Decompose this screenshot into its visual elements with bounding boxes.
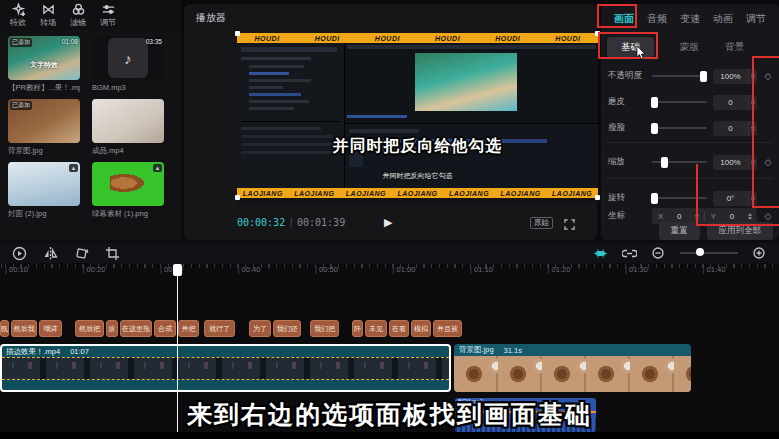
- property-slider[interactable]: [652, 122, 707, 134]
- text-clip[interactable]: 然后我: [11, 320, 37, 337]
- text-clip[interactable]: 既: [0, 320, 9, 337]
- toolbar-item-滤镜[interactable]: 滤镜: [70, 3, 86, 30]
- text-clip[interactable]: 在这里拖: [120, 320, 152, 337]
- text-clip[interactable]: 我们还: [273, 320, 301, 337]
- selection-handle[interactable]: [235, 195, 240, 200]
- text-clip[interactable]: 就行了: [204, 320, 235, 337]
- video-preview[interactable]: HOUDIHOUDIHOUDIHOUDIHOUDIHOUDI: [237, 33, 598, 203]
- property-value[interactable]: 100%: [713, 158, 748, 167]
- text-clip[interactable]: 拔: [106, 320, 118, 337]
- media-item[interactable]: ♪03:35BGM.mp3: [92, 36, 164, 93]
- watermark-bar-bottom: LAOJIANGLAOJIANGLAOJIANGLAOJIANGLAOJIANG…: [237, 188, 598, 198]
- tab-变速[interactable]: 变速: [677, 10, 703, 28]
- media-item[interactable]: ▲封面 (2).jpg: [8, 162, 80, 219]
- zoom-in-icon[interactable]: [752, 246, 767, 261]
- property-slider[interactable]: [652, 70, 707, 82]
- toolbar-item-label: 调节: [100, 17, 116, 28]
- media-item[interactable]: ▲绿幕素材 (1).png: [92, 162, 164, 219]
- reset-button[interactable]: 重置: [659, 222, 700, 240]
- subtab-背景[interactable]: 背景: [725, 41, 744, 54]
- crop-icon[interactable]: [105, 246, 120, 261]
- watermark-text: LAOJIANG: [397, 190, 437, 197]
- text-clip[interactable]: 然后把: [75, 320, 104, 337]
- selection-handle[interactable]: [595, 31, 600, 36]
- timeline-zoom-slider[interactable]: [680, 248, 738, 258]
- property-value[interactable]: 0°: [713, 194, 748, 203]
- x-value[interactable]: 0: [666, 212, 692, 221]
- media-item[interactable]: 文字特效已添加01:08【PR教程】...果！.mp4: [8, 36, 80, 93]
- image-clip-label: 背景图.jpg31.1s: [454, 344, 691, 356]
- text-clip[interactable]: 为了: [249, 320, 271, 337]
- toolbar-item-调节[interactable]: 调节: [100, 3, 116, 30]
- reverse-icon[interactable]: [12, 246, 27, 261]
- media-thumbnail[interactable]: ▲: [92, 162, 164, 206]
- text-clip[interactable]: 未见: [365, 320, 387, 337]
- added-badge: 已添加: [10, 38, 32, 47]
- time-ruler[interactable]: 00:1000:2000:3000:4000:5001:0001:1001:20…: [0, 264, 779, 277]
- media-thumbnail[interactable]: [92, 99, 164, 143]
- watermark-text: LAOJIANG: [346, 190, 386, 197]
- text-clip[interactable]: 阡: [352, 320, 363, 337]
- tab-调节[interactable]: 调节: [743, 10, 769, 28]
- watermark-text: HOUDI: [255, 35, 280, 42]
- play-button[interactable]: ▶: [384, 216, 392, 229]
- mirror-icon[interactable]: [43, 246, 58, 261]
- media-thumbnail[interactable]: ♪03:35: [92, 36, 164, 80]
- zoom-out-icon[interactable]: [651, 246, 666, 261]
- y-value[interactable]: 0: [719, 212, 745, 221]
- media-thumbnail[interactable]: 文字特效已添加01:08: [8, 36, 80, 80]
- text-clip[interactable]: 模拟: [411, 320, 431, 337]
- toolbar-item-特效[interactable]: 特效: [10, 3, 26, 30]
- property-stepper[interactable]: [748, 69, 757, 84]
- text-clip[interactable]: 我们把: [310, 320, 339, 337]
- property-slider[interactable]: [652, 96, 707, 108]
- property-label: 瘦脸: [608, 122, 652, 134]
- text-clip[interactable]: 在看: [389, 320, 409, 337]
- image-clip[interactable]: 背景图.jpg31.1s: [454, 344, 691, 392]
- keyframe-icon[interactable]: ◇: [761, 211, 775, 221]
- tiger-figure: [110, 174, 144, 192]
- text-clip[interactable]: 并且被: [433, 320, 462, 337]
- tab-音频[interactable]: 音频: [644, 10, 670, 28]
- video-clip-selected[interactable]: 描边效果！.mp401:07: [0, 344, 451, 392]
- property-value[interactable]: 100%: [713, 72, 748, 81]
- subtab-蒙版[interactable]: 蒙版: [680, 41, 699, 54]
- toolbar-item-转场[interactable]: 转场: [40, 3, 56, 30]
- toolbar-item-label: 滤镜: [70, 17, 86, 28]
- tab-动画[interactable]: 动画: [710, 10, 736, 28]
- text-clip[interactable]: 并把: [178, 320, 199, 337]
- keyframe-icon[interactable]: ◇: [761, 71, 775, 81]
- fullscreen-icon[interactable]: [564, 216, 575, 234]
- property-stepper[interactable]: [748, 95, 757, 110]
- tab-画面[interactable]: 画面: [611, 10, 637, 28]
- property-stepper[interactable]: [748, 121, 757, 136]
- subtab-基础[interactable]: 基础: [607, 37, 654, 58]
- media-thumbnail[interactable]: ▲: [8, 162, 80, 206]
- ratio-button[interactable]: 原始: [530, 217, 553, 229]
- property-value[interactable]: 0: [713, 98, 748, 107]
- property-stepper[interactable]: [748, 155, 757, 170]
- property-slider[interactable]: [652, 156, 707, 168]
- media-thumbnail[interactable]: 已添加: [8, 99, 80, 143]
- media-item[interactable]: 已添加背景图.jpg: [8, 99, 80, 156]
- rotate-icon[interactable]: [74, 246, 89, 261]
- selection-handle[interactable]: [595, 195, 600, 200]
- media-item[interactable]: 成品.mp4: [92, 99, 164, 156]
- selection-handle[interactable]: [235, 31, 240, 36]
- watermark-text: HOUDI: [375, 35, 400, 42]
- keyframe-icon[interactable]: ◇: [761, 157, 775, 167]
- playhead-handle[interactable]: [173, 264, 182, 276]
- property-value[interactable]: 0: [713, 124, 748, 133]
- text-clip[interactable]: 哦讲: [39, 320, 62, 337]
- text-track: 既然后我哦讲然后把拔在这里拖合成并把就行了为了我们还我们把阡未见在看模拟并且被: [0, 320, 779, 337]
- media-item-name: 成品.mp4: [92, 146, 164, 156]
- text-clip[interactable]: 合成: [154, 320, 176, 337]
- properties-tabs: 画面音频变速动画调节: [601, 10, 779, 28]
- property-slider[interactable]: [652, 192, 707, 204]
- property-label: 旋转: [608, 192, 652, 204]
- property-stepper[interactable]: [748, 191, 757, 206]
- apply-all-button[interactable]: 应用到全部: [707, 222, 774, 240]
- link-icon[interactable]: [622, 246, 637, 261]
- ruler-label: 00:20: [83, 265, 106, 274]
- snap-icon[interactable]: [593, 246, 608, 261]
